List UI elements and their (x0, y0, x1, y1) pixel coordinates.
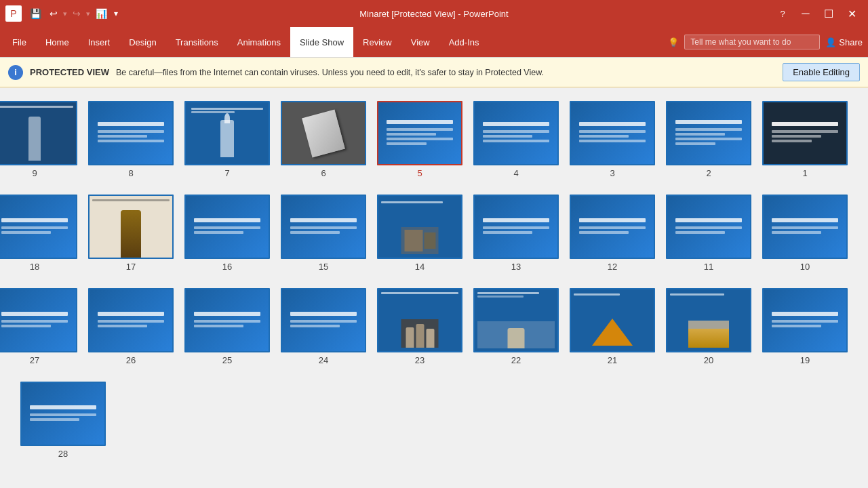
slide-item-16[interactable]: 16 (184, 195, 270, 272)
quick-access-dropdown[interactable]: ▾ (113, 7, 119, 20)
share-button[interactable]: 👤 Share (825, 37, 863, 47)
ribbon-tab-bar: File Home Insert Design Transitions Anim… (0, 27, 868, 57)
slide-thumb-5 (377, 101, 462, 165)
slide-number-5: 5 (417, 168, 422, 178)
slide-number-28: 28 (58, 449, 68, 459)
redo-separator: ▾ (86, 9, 90, 18)
redo-button[interactable]: ↪ (70, 7, 83, 20)
slide-item-10[interactable]: 10 (762, 195, 848, 272)
slide-thumb-6 (281, 101, 366, 165)
slide-thumb-13 (473, 195, 559, 259)
slide-item-2[interactable]: 2 (666, 101, 751, 178)
slide-item-3[interactable]: 3 (570, 101, 655, 178)
title-bar: P 💾 ↩ ▾ ↪ ▾ 📊 ▾ Minaret [Protected View]… (0, 0, 868, 27)
slide-number-17: 17 (126, 262, 136, 272)
title-bar-left: P 💾 ↩ ▾ ↪ ▾ 📊 ▾ (5, 5, 119, 22)
slide-row-3: 19 20 (20, 288, 848, 365)
slide-thumb-24 (281, 288, 366, 352)
slide-row-2: 10 11 (20, 195, 848, 272)
slide-item-24[interactable]: 24 (281, 288, 366, 365)
slide-number-1: 1 (802, 168, 807, 178)
tab-animations[interactable]: Animations (228, 27, 290, 57)
slide-number-15: 15 (319, 262, 328, 272)
slide-thumb-23 (377, 288, 462, 352)
slide-item-6[interactable]: 6 (281, 101, 366, 178)
slide-item-14[interactable]: 14 (377, 195, 462, 272)
slide-thumb-20 (666, 288, 751, 352)
tab-view[interactable]: View (401, 27, 439, 57)
minimize-button[interactable]: ─ (795, 4, 816, 23)
slide-thumb-2 (666, 101, 751, 165)
slide-number-16: 16 (222, 262, 232, 272)
tab-review[interactable]: Review (353, 27, 401, 57)
slide-thumb-10 (762, 195, 848, 259)
slide-number-25: 25 (222, 355, 232, 365)
slide-item-15[interactable]: 15 (281, 195, 366, 272)
slide-number-24: 24 (319, 355, 328, 365)
slide-number-23: 23 (415, 355, 425, 365)
slide-item-4[interactable]: 4 (473, 101, 559, 178)
slide-item-19[interactable]: 19 (762, 288, 848, 365)
slide-grid: 1 2 (0, 87, 868, 488)
slide-number-27: 27 (30, 355, 39, 365)
slide-number-21: 21 (608, 355, 617, 365)
slide-item-21[interactable]: 21 (570, 288, 655, 365)
slide-thumb-16 (184, 195, 270, 259)
slide-item-9[interactable]: 9 (0, 101, 77, 178)
search-placeholder: Tell me what you want to do (690, 37, 791, 47)
slide-item-26[interactable]: 26 (88, 288, 174, 365)
tab-transitions[interactable]: Transitions (166, 27, 228, 57)
slide-thumb-15 (281, 195, 366, 259)
info-icon: i (8, 65, 23, 80)
slide-number-14: 14 (415, 262, 425, 272)
maximize-button[interactable]: ☐ (818, 4, 840, 23)
slide-thumb-25 (184, 288, 270, 352)
slide-item-12[interactable]: 12 (570, 195, 655, 272)
slide-item-23[interactable]: 23 (377, 288, 462, 365)
slide-item-27[interactable]: 27 (0, 288, 77, 365)
slide-item-11[interactable]: 11 (666, 195, 751, 272)
slide-item-20[interactable]: 20 (666, 288, 751, 365)
undo-button[interactable]: ↩ (47, 7, 60, 20)
tab-file[interactable]: File (3, 27, 36, 57)
slide-item-13[interactable]: 13 (473, 195, 559, 272)
save-button[interactable]: 💾 (27, 7, 44, 20)
slide-number-10: 10 (800, 262, 810, 272)
window-title: Minaret [Protected View] - PowerPoint (359, 9, 508, 19)
slide-number-3: 3 (610, 168, 614, 178)
slide-item-8[interactable]: 8 (88, 101, 174, 178)
tab-insert[interactable]: Insert (79, 27, 120, 57)
slide-item-1[interactable]: 1 (762, 101, 848, 178)
slide-thumb-11 (666, 195, 751, 259)
slide-item-17[interactable]: 17 (88, 195, 174, 272)
enable-editing-button[interactable]: Enable Editing (783, 63, 860, 81)
slide-item-25[interactable]: 25 (184, 288, 270, 365)
protected-view-bar: i PROTECTED VIEW Be careful—files from t… (0, 58, 868, 87)
share-icon: 👤 (825, 37, 836, 47)
window-controls: ? ─ ☐ ✕ (772, 4, 863, 23)
slide-item-7[interactable]: 7 (184, 101, 270, 178)
slide-number-9: 9 (32, 168, 37, 178)
slide-row-1: 1 2 (20, 101, 848, 178)
tab-home[interactable]: Home (36, 27, 79, 57)
search-box[interactable]: Tell me what you want to do (684, 35, 820, 49)
slide-number-11: 11 (704, 262, 713, 272)
slide-number-8: 8 (128, 168, 133, 178)
slide-thumb-9 (0, 101, 77, 165)
slide-thumb-1 (762, 101, 848, 165)
slide-thumb-27 (0, 288, 77, 352)
slide-number-7: 7 (224, 168, 229, 178)
tab-design[interactable]: Design (119, 27, 165, 57)
slide-number-18: 18 (30, 262, 39, 272)
presenter-button[interactable]: 📊 (93, 7, 110, 20)
slide-item-22[interactable]: 22 (473, 288, 559, 365)
slide-item-5[interactable]: 5 (377, 101, 462, 178)
help-button[interactable]: ? (772, 4, 793, 23)
close-button[interactable]: ✕ (841, 4, 863, 23)
tab-slide-show[interactable]: Slide Show (290, 27, 353, 57)
slide-thumb-14 (377, 195, 462, 259)
slide-item-18[interactable]: 18 (0, 195, 77, 272)
slide-number-4: 4 (513, 168, 518, 178)
slide-item-28[interactable]: 28 (20, 382, 106, 459)
tab-add-ins[interactable]: Add-Ins (439, 27, 489, 57)
